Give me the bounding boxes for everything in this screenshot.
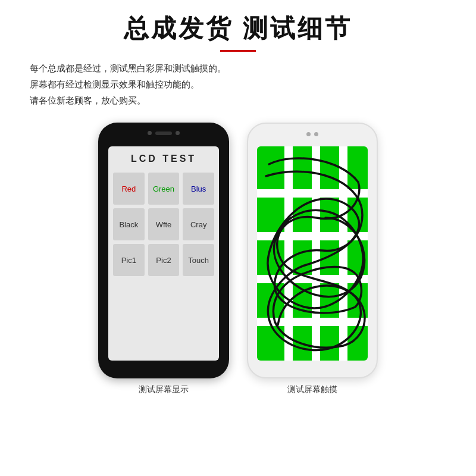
left-phone-notch [148, 131, 180, 135]
page-container: 总成发货 测试细节 每个总成都是经过，测试黑白彩屏和测试触摸的。 屏幕都有经过检… [0, 0, 476, 476]
lcd-cell-black[interactable]: Black [113, 208, 145, 240]
lcd-grid: Red Green Blus Black Wfte Cray Pic1 Pic2… [113, 173, 214, 276]
left-dot-2 [176, 131, 180, 135]
lcd-title: LCD TEST [131, 154, 196, 164]
lcd-cell-blue[interactable]: Blus [183, 173, 214, 205]
left-phone-label: 测试屏幕显示 [139, 384, 189, 395]
right-phone [247, 123, 378, 378]
left-phone: LCD TEST Red Green Blus Black Wfte Cray … [98, 123, 229, 378]
left-speaker [155, 131, 172, 135]
touch-scribble [257, 146, 368, 361]
right-phone-wrapper: 测试屏幕触摸 [247, 123, 378, 395]
lcd-cell-gray[interactable]: Cray [183, 208, 214, 240]
lcd-cell-white[interactable]: Wfte [148, 208, 180, 240]
left-phone-screen: LCD TEST Red Green Blus Black Wfte Cray … [108, 146, 219, 361]
lcd-cell-pic2[interactable]: Pic2 [148, 244, 180, 276]
page-title: 总成发货 测试细节 [124, 12, 352, 45]
right-phone-label: 测试屏幕触摸 [287, 384, 337, 395]
left-dot-1 [148, 131, 152, 135]
left-phone-wrapper: LCD TEST Red Green Blus Black Wfte Cray … [98, 123, 229, 395]
right-dot-2 [314, 132, 318, 136]
right-dot-1 [306, 132, 311, 136]
lcd-cell-green[interactable]: Green [148, 173, 180, 205]
title-divider [220, 50, 256, 52]
lcd-cell-touch[interactable]: Touch [183, 244, 214, 276]
phones-row: LCD TEST Red Green Blus Black Wfte Cray … [24, 123, 452, 395]
lcd-cell-red[interactable]: Red [113, 173, 145, 205]
subtitle-line-1: 每个总成都是经过，测试黑白彩屏和测试触摸的。 [30, 60, 452, 76]
subtitle-line-2: 屏幕都有经过检测显示效果和触控功能的。 [30, 76, 452, 92]
right-phone-screen [257, 146, 368, 361]
right-phone-notch [306, 132, 318, 136]
subtitle-block: 每个总成都是经过，测试黑白彩屏和测试触摸的。 屏幕都有经过检测显示效果和触控功能… [24, 60, 452, 108]
lcd-cell-pic1[interactable]: Pic1 [113, 244, 145, 276]
subtitle-line-3: 请各位新老顾客，放心购买。 [30, 92, 452, 108]
